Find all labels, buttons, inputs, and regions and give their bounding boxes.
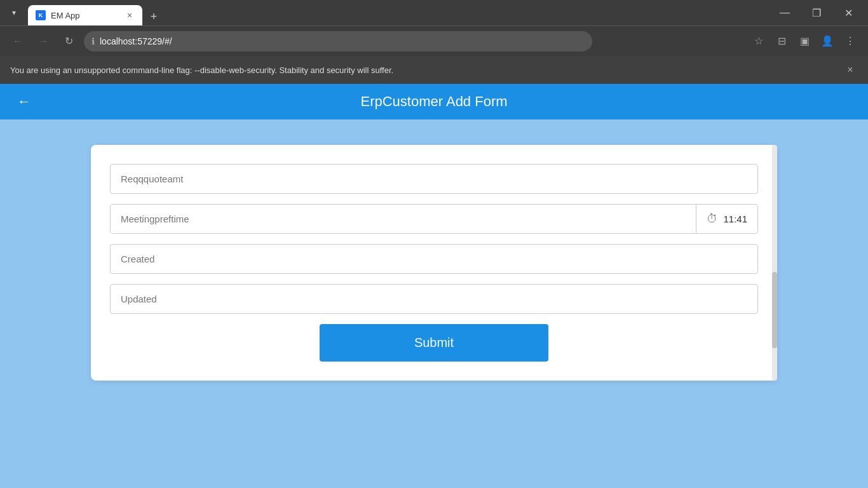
forward-nav-btn[interactable]: →	[33, 31, 53, 51]
reqqquoteamt-field-wrap	[110, 164, 758, 194]
reqqquoteamt-input[interactable]	[110, 164, 758, 194]
created-input[interactable]	[110, 244, 758, 274]
meetingpreftime-input[interactable]	[111, 205, 696, 233]
address-bar[interactable]	[100, 36, 585, 46]
warning-close-btn[interactable]: ×	[843, 62, 858, 78]
window-controls: — ❐ ✕	[770, 3, 863, 23]
nav-actions: ☆ ⊟ ▣ 👤 ⋮	[749, 31, 860, 51]
scrollbar-track	[772, 145, 777, 381]
time-picker-section[interactable]: ⏱ 11:41	[696, 205, 757, 233]
new-tab-btn[interactable]: +	[145, 8, 163, 25]
time-display: 11:41	[723, 214, 747, 224]
sidebar-btn[interactable]: ▣	[794, 31, 815, 51]
close-window-btn[interactable]: ✕	[834, 3, 863, 23]
info-icon: ℹ	[92, 36, 95, 46]
page-title: ErpCustomer Add Form	[360, 93, 507, 110]
maximize-btn[interactable]: ❐	[802, 3, 831, 23]
minimize-btn[interactable]: —	[770, 3, 799, 23]
tab-title: EM App	[51, 11, 119, 20]
app-content: ⏱ 11:41 Submit	[0, 119, 868, 488]
updated-input[interactable]	[110, 284, 758, 314]
bookmark-btn[interactable]: ☆	[749, 31, 769, 51]
submit-button[interactable]: Submit	[320, 324, 548, 362]
reload-nav-btn[interactable]: ↻	[58, 31, 79, 51]
back-nav-btn[interactable]: ←	[8, 31, 28, 51]
active-tab[interactable]: K EM App ×	[28, 5, 142, 25]
app-header: ← ErpCustomer Add Form	[0, 84, 868, 119]
warning-bar: You are using an unsupported command-lin…	[0, 56, 868, 84]
chrome-menu-btn[interactable]: ⋮	[840, 31, 860, 51]
tab-dropdown-btn[interactable]: ▾	[5, 4, 23, 22]
warning-text: You are using an unsupported command-lin…	[10, 65, 393, 75]
form-card: ⏱ 11:41 Submit	[91, 145, 777, 381]
address-bar-wrap: ℹ	[84, 31, 592, 51]
created-field-wrap	[110, 244, 758, 274]
nav-bar: ← → ↻ ℹ ☆ ⊟ ▣ 👤 ⋮	[0, 25, 868, 56]
tab-close-btn[interactable]: ×	[125, 10, 135, 20]
tab-strip: K EM App × +	[28, 0, 765, 25]
updated-field-wrap	[110, 284, 758, 314]
profile-btn[interactable]: 👤	[817, 31, 837, 51]
title-bar: ▾ K EM App × + — ❐ ✕	[0, 0, 868, 25]
scrollbar-thumb[interactable]	[772, 272, 777, 348]
meetingpreftime-field-wrap: ⏱ 11:41	[110, 204, 758, 234]
app-back-btn[interactable]: ←	[13, 90, 36, 113]
extensions-btn[interactable]: ⊟	[771, 31, 792, 51]
tab-favicon: K	[36, 10, 46, 20]
clock-icon: ⏱	[707, 212, 718, 226]
